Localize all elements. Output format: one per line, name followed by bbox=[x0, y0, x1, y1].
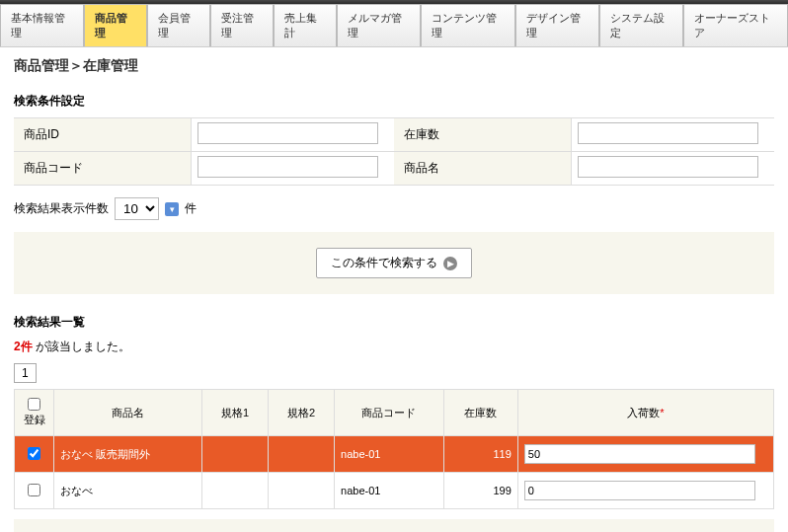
search-button-label: この条件で検索する bbox=[331, 255, 437, 271]
search-form: 商品ID 在庫数 商品コード 商品名 bbox=[14, 117, 774, 186]
cell-name: おなべ bbox=[54, 473, 202, 509]
spinner-icon[interactable]: ▾ bbox=[165, 202, 179, 216]
nav-tab-9[interactable]: オーナーズストア bbox=[683, 4, 788, 46]
pager-page-1[interactable]: 1 bbox=[14, 363, 37, 383]
product-code-input[interactable] bbox=[197, 156, 378, 178]
cell-spec1 bbox=[202, 473, 269, 509]
product-id-input[interactable] bbox=[197, 122, 378, 144]
col-stock: 在庫数 bbox=[443, 390, 517, 436]
search-button[interactable]: この条件で検索する ▶ bbox=[316, 248, 472, 278]
col-spec1: 規格1 bbox=[202, 390, 269, 436]
nav-tab-7[interactable]: デザイン管理 bbox=[515, 4, 599, 46]
nav-tab-3[interactable]: 受注管理 bbox=[210, 4, 274, 46]
result-count: 2件 が該当しました。 bbox=[14, 339, 774, 355]
display-count-label: 検索結果表示件数 bbox=[14, 200, 109, 217]
stock-input[interactable] bbox=[578, 122, 758, 144]
results-table: 登録 商品名 規格1 規格2 商品コード 在庫数 入荷数* おなべ 販売期間外n… bbox=[14, 389, 774, 509]
cell-stock: 119 bbox=[443, 436, 517, 473]
nav-tab-1[interactable]: 商品管理 bbox=[84, 4, 147, 46]
product-code-label: 商品コード bbox=[14, 152, 192, 185]
breadcrumb: 商品管理＞在庫管理 bbox=[0, 47, 788, 85]
nav-tab-4[interactable]: 売上集計 bbox=[274, 4, 337, 46]
table-row: おなべ 販売期間外nabe-01119 bbox=[15, 436, 774, 473]
display-count-unit: 件 bbox=[185, 200, 197, 217]
cell-spec2 bbox=[269, 473, 335, 509]
col-code: 商品コード bbox=[335, 390, 444, 436]
cell-spec1 bbox=[202, 436, 269, 473]
search-title: 検索条件設定 bbox=[14, 93, 774, 110]
product-id-label: 商品ID bbox=[14, 118, 192, 151]
chevron-right-icon: ▶ bbox=[443, 257, 457, 270]
nav-tab-5[interactable]: メルマガ管理 bbox=[337, 4, 421, 46]
table-row: おなべnabe-01199 bbox=[15, 473, 774, 509]
cell-name: おなべ 販売期間外 bbox=[54, 436, 202, 473]
incoming-input[interactable] bbox=[524, 444, 755, 464]
cell-spec2 bbox=[269, 436, 335, 473]
nav-tab-6[interactable]: コンテンツ管理 bbox=[421, 4, 515, 46]
col-spec2: 規格2 bbox=[269, 390, 335, 436]
cell-stock: 199 bbox=[443, 473, 517, 509]
incoming-input[interactable] bbox=[524, 481, 755, 500]
main-nav: 基本情報管理商品管理会員管理受注管理売上集計メルマガ管理コンテンツ管理デザイン管… bbox=[0, 4, 788, 47]
col-incoming: 入荷数* bbox=[517, 390, 773, 436]
nav-tab-0[interactable]: 基本情報管理 bbox=[0, 4, 84, 46]
cell-code: nabe-01 bbox=[335, 436, 444, 473]
col-name: 商品名 bbox=[54, 390, 202, 436]
nav-tab-2[interactable]: 会員管理 bbox=[147, 4, 210, 46]
product-name-label: 商品名 bbox=[394, 152, 572, 185]
nav-tab-8[interactable]: システム設定 bbox=[599, 4, 683, 46]
check-all[interactable] bbox=[28, 398, 40, 411]
results-title: 検索結果一覧 bbox=[14, 314, 774, 331]
product-name-input[interactable] bbox=[578, 156, 758, 178]
col-register: 登録 bbox=[15, 390, 54, 436]
cell-code: nabe-01 bbox=[335, 473, 444, 509]
display-count-select[interactable]: 10 bbox=[115, 197, 159, 220]
row-checkbox[interactable] bbox=[28, 447, 40, 460]
row-checkbox[interactable] bbox=[28, 484, 40, 496]
stock-label: 在庫数 bbox=[394, 118, 572, 151]
